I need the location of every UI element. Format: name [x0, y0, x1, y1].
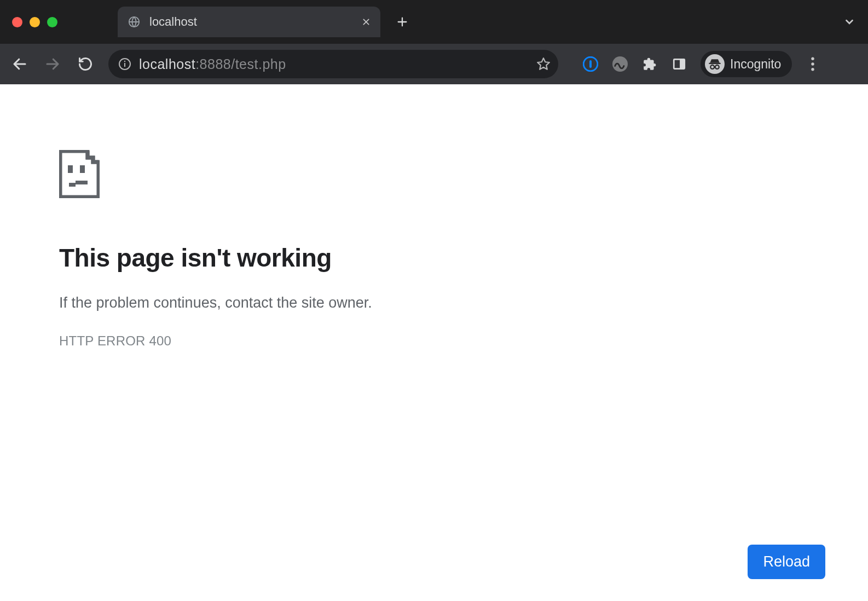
toolbar: localhost:8888/test.php	[0, 44, 868, 84]
new-tab-button[interactable]	[396, 15, 409, 28]
sad-page-icon	[59, 150, 683, 198]
extension-onepassword-icon[interactable]	[582, 56, 599, 72]
window-controls	[12, 17, 57, 27]
bookmark-star-icon[interactable]	[536, 57, 551, 71]
svg-point-10	[710, 65, 714, 69]
error-subtext: If the problem continues, contact the si…	[59, 294, 683, 311]
toolbar-right-icons: Incognito	[582, 51, 820, 77]
svg-point-14	[812, 68, 814, 71]
forward-button	[43, 54, 62, 74]
error-code: HTTP ERROR 400	[59, 333, 683, 349]
extensions-puzzle-icon[interactable]	[641, 56, 658, 72]
svg-rect-15	[68, 165, 73, 173]
incognito-indicator[interactable]: Incognito	[701, 51, 792, 77]
svg-rect-8	[680, 59, 685, 68]
svg-point-3	[124, 61, 125, 62]
svg-point-11	[715, 65, 719, 69]
svg-point-13	[812, 62, 814, 65]
svg-rect-17	[69, 183, 76, 187]
close-tab-button[interactable]	[361, 16, 372, 27]
error-block: This page isn't working If the problem c…	[59, 150, 683, 349]
site-info-icon[interactable]	[118, 57, 131, 71]
minimize-window-button[interactable]	[30, 17, 40, 27]
error-headline: This page isn't working	[59, 243, 683, 273]
side-panel-icon[interactable]	[671, 56, 687, 72]
maximize-window-button[interactable]	[47, 17, 57, 27]
tab-title: localhost	[149, 15, 352, 29]
globe-icon	[128, 15, 141, 28]
url-path: :8888/test.php	[195, 56, 286, 72]
browser-tab[interactable]: localhost	[118, 7, 380, 37]
browser-menu-button[interactable]	[805, 56, 820, 72]
svg-rect-16	[80, 165, 85, 173]
svg-rect-18	[76, 181, 88, 184]
url-host: localhost	[139, 56, 195, 72]
back-button[interactable]	[10, 54, 30, 74]
tab-strip: localhost	[0, 0, 868, 44]
tabs-dropdown-button[interactable]	[842, 14, 857, 30]
close-window-button[interactable]	[12, 17, 22, 27]
incognito-icon	[705, 54, 725, 74]
reload-page-button[interactable]: Reload	[748, 545, 825, 579]
url-text: localhost:8888/test.php	[139, 56, 286, 72]
browser-chrome: localhost localhost:8888/test.php	[0, 0, 868, 84]
svg-point-6	[612, 56, 628, 72]
extension-generic-icon[interactable]	[612, 56, 628, 72]
svg-point-12	[812, 57, 814, 60]
incognito-label: Incognito	[730, 57, 781, 72]
svg-rect-9	[709, 63, 721, 64]
page-content: This page isn't working If the problem c…	[0, 84, 868, 601]
address-bar[interactable]: localhost:8888/test.php	[108, 50, 558, 78]
svg-rect-5	[589, 60, 592, 68]
reload-button[interactable]	[76, 54, 95, 74]
